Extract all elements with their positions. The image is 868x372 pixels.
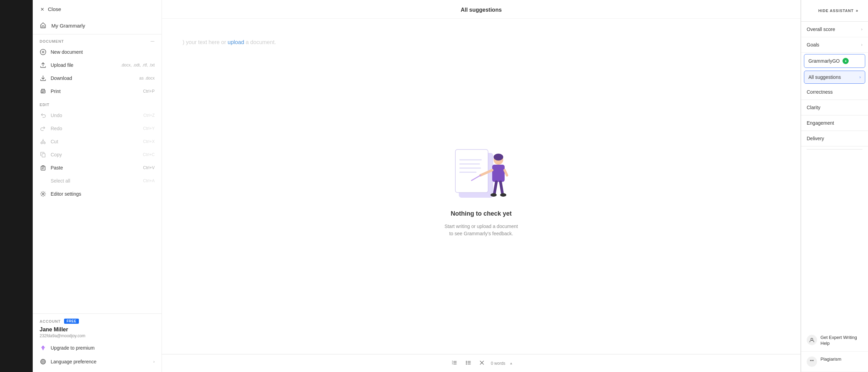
close-icon: ✕: [40, 7, 45, 12]
home-icon: [40, 22, 47, 29]
editor-content[interactable]: ) your text here or upload a document.: [162, 19, 800, 354]
engagement-item[interactable]: Engagement: [801, 115, 868, 131]
placeholder-text-start: ) your text here or: [183, 39, 226, 45]
sidebar-bottom: ACCOUNT FREE Jane Miller 232fda9a@moodjo…: [33, 313, 162, 372]
new-document-label: New document: [51, 49, 155, 55]
svg-rect-4: [42, 154, 45, 157]
cut-label: Cut: [51, 139, 139, 144]
account-header: ACCOUNT FREE: [40, 319, 155, 324]
hide-assistant-label: HIDE ASSISTANT: [818, 9, 854, 13]
redo-item: Redo Ctrl+Y: [33, 122, 162, 135]
plagiarism-item[interactable]: "" Plagiarism: [801, 352, 868, 372]
correctness-item[interactable]: Correctness: [801, 84, 868, 100]
right-panel-divider: [807, 149, 862, 149]
paste-shortcut: Ctrl+V: [143, 165, 155, 170]
upgrade-item[interactable]: Upgrade to premium: [33, 341, 162, 355]
svg-point-29: [466, 364, 467, 365]
chevron-right-icon: ›: [153, 359, 155, 364]
paste-item[interactable]: Paste Ctrl+V: [33, 161, 162, 174]
print-label: Print: [51, 89, 139, 94]
grammarly-go-item[interactable]: GrammarlyGO ✦: [804, 54, 865, 68]
svg-line-18: [505, 170, 507, 175]
hide-assistant-button[interactable]: HIDE ASSISTANT »: [805, 3, 864, 18]
cut-shortcut: Ctrl+X: [143, 139, 155, 144]
download-item[interactable]: Download as .docx: [33, 72, 162, 85]
unordered-list-button[interactable]: [463, 359, 473, 368]
select-all-label: Select all: [51, 178, 139, 184]
goals-label: Goals: [807, 42, 819, 48]
editor-settings-item[interactable]: Editor settings: [33, 187, 162, 200]
expert-icon: [807, 335, 817, 345]
empty-title: Nothing to check yet: [451, 210, 512, 217]
copy-item: Copy Ctrl+C: [33, 148, 162, 161]
goals-item[interactable]: Goals ›: [801, 37, 868, 53]
svg-point-28: [466, 362, 467, 363]
download-icon: [40, 75, 46, 82]
copy-icon: [40, 151, 46, 158]
print-item[interactable]: Print Ctrl+P: [33, 85, 162, 98]
select-all-icon: [40, 177, 46, 184]
all-suggestions-chevron: ›: [859, 75, 861, 80]
undo-item: Undo Ctrl+Z: [33, 109, 162, 122]
empty-state-illustration: [450, 136, 512, 205]
free-badge: FREE: [64, 319, 79, 324]
language-preference-item[interactable]: Language preference ›: [33, 355, 162, 369]
placeholder-hint: ) your text here or upload a document.: [183, 39, 276, 45]
redo-shortcut: Ctrl+Y: [143, 126, 155, 131]
upload-file-label: Upload file: [51, 62, 116, 68]
undo-icon: [40, 112, 46, 119]
cut-icon: [40, 138, 46, 145]
sidebar-menu: ✕ Close My Grammarly DOCUMENT ··· New do…: [33, 0, 162, 372]
my-grammarly-item[interactable]: My Grammarly: [33, 18, 162, 34]
plagiarism-label: Plagiarism: [820, 356, 841, 362]
all-suggestions-item[interactable]: All suggestions ›: [804, 71, 865, 84]
clarity-item[interactable]: Clarity: [801, 100, 868, 115]
grammarly-go-icon: ✦: [843, 58, 849, 64]
plagiarism-icon: "": [807, 356, 817, 367]
select-all-item: Select all Ctrl+A: [33, 174, 162, 187]
upload-file-item[interactable]: Upload file .docx, .odt, .rtf, .txt: [33, 59, 162, 72]
svg-point-21: [490, 193, 497, 197]
all-suggestions-title: All suggestions: [461, 7, 502, 13]
overall-score-label: Overall score: [807, 27, 835, 32]
cut-item: Cut Ctrl+X: [33, 135, 162, 148]
svg-text:3.: 3.: [452, 363, 453, 365]
copy-label: Copy: [51, 152, 139, 157]
account-label: ACCOUNT: [40, 319, 61, 323]
svg-line-19: [494, 182, 496, 194]
close-label: Close: [48, 6, 61, 12]
upgrade-label: Upgrade to premium: [51, 345, 95, 351]
globe-icon: [40, 358, 46, 365]
ordered-list-button[interactable]: 1. 2. 3.: [450, 359, 459, 368]
svg-rect-5: [41, 166, 45, 170]
svg-rect-16: [492, 165, 505, 182]
right-panel-bottom: Get Expert Writing Help "" Plagiarism: [801, 330, 868, 372]
redo-label: Redo: [51, 126, 139, 131]
empty-subtitle-line1: Start writing or upload a document: [444, 224, 518, 229]
hide-chevrons-icon: »: [856, 8, 858, 13]
account-section: ACCOUNT FREE Jane Miller 232fda9a@moodjo…: [33, 314, 162, 341]
main-editor-area: All suggestions ) your text here or uplo…: [162, 0, 801, 372]
new-document-item[interactable]: New document: [33, 45, 162, 59]
upload-link[interactable]: upload: [228, 39, 244, 45]
gear-icon: [40, 190, 46, 197]
goals-chevron: ›: [861, 42, 862, 47]
delivery-label: Delivery: [807, 136, 824, 141]
undo-label: Undo: [51, 113, 139, 118]
editor-toolbar: 1. 2. 3. 0 words ▲: [162, 354, 800, 372]
clear-formatting-button[interactable]: [477, 359, 487, 368]
document-section-header: DOCUMENT ···: [33, 34, 162, 45]
svg-line-20: [500, 182, 503, 194]
empty-subtitle-line2: to see Grammarly's feedback.: [449, 231, 513, 236]
account-name: Jane Miller: [40, 327, 155, 333]
main-header: All suggestions: [162, 0, 800, 19]
get-expert-item[interactable]: Get Expert Writing Help: [801, 330, 868, 352]
svg-point-27: [466, 361, 467, 362]
close-button[interactable]: ✕ Close: [33, 0, 162, 18]
account-email: 232fda9a@moodjoy.com: [40, 333, 155, 338]
overall-score-item[interactable]: Overall score ›: [801, 22, 868, 37]
word-count: 0 words: [491, 361, 505, 366]
language-label: Language preference: [51, 359, 149, 364]
copy-shortcut: Ctrl+C: [143, 152, 155, 157]
delivery-item[interactable]: Delivery: [801, 131, 868, 146]
